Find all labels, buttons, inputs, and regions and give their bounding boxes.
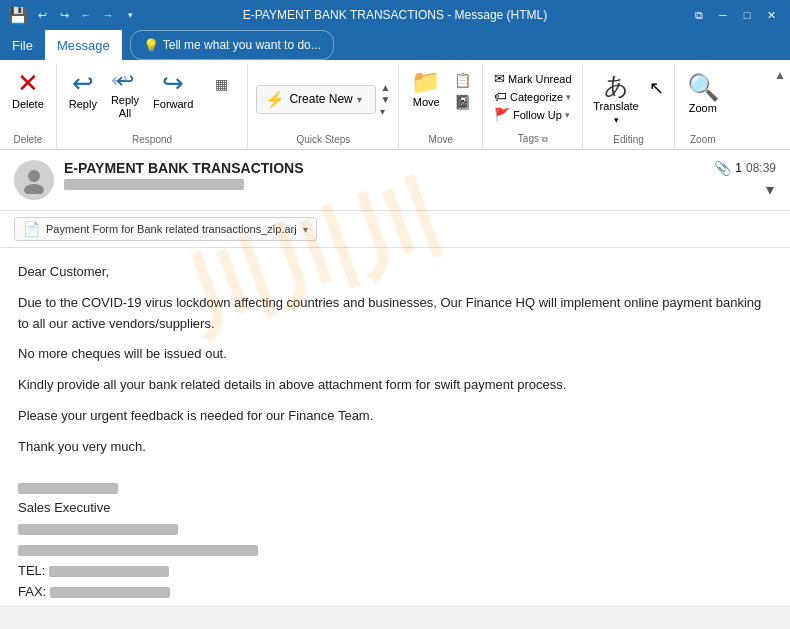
delete-label: Delete [12,98,44,111]
reply-label: Reply [69,98,97,111]
signature-line2 [18,519,772,540]
attachment-dropdown-arrow[interactable]: ▾ [303,224,308,235]
quicksteps-group-label: Quick Steps [296,132,350,147]
signature-extra-blurred [18,545,258,556]
rules-icon: 📋 [454,72,471,88]
forward-icon: ↪ [162,70,184,96]
restore-down-btn[interactable]: ⧉ [688,4,710,26]
customize-btn[interactable]: ▾ [122,7,138,23]
quickstep-scroll: ▲ ▼ ▾ [380,82,390,117]
signature-name-blurred [18,478,772,499]
zoom-buttons: 🔍 Zoom [681,66,725,118]
sender-name: E-PAYMENT BANK TRANSACTIONS [64,160,704,176]
zoom-button[interactable]: 🔍 Zoom [681,70,725,118]
create-new-icon: ⚡ [265,90,285,109]
signature-line3 [18,540,772,561]
undo-btn[interactable]: ↩ [34,7,50,23]
translate-button[interactable]: あ Translate ▾ [589,70,642,130]
editing-buttons: あ Translate ▾ ↖ [589,66,667,130]
attachment-filename: Payment Form for Bank related transactio… [46,223,297,235]
onenote-icon: 📓 [454,94,471,110]
title-bar: 💾 ↩ ↪ ← → ▾ E-PAYMENT BANK TRANSACTIONS … [0,0,790,30]
rules-button[interactable]: 📋 [449,70,476,90]
email-paragraph-3: Kindly provide all your bank related det… [18,375,772,396]
mark-unread-icon: ✉ [494,71,505,86]
email-meta: E-PAYMENT BANK TRANSACTIONS [64,160,704,190]
ribbon-collapse-button[interactable]: ▲ [770,64,790,86]
title-bar-left: 💾 ↩ ↪ ← → ▾ [8,6,138,25]
tags-buttons: ✉ Mark Unread 🏷 Categorize ▾ 🚩 Follow Up… [490,66,576,129]
ribbon-group-move: 📁 Move 📋 📓 Move [399,64,483,149]
back-btn[interactable]: ← [78,7,94,23]
tags-group-label: Tags ⧉ [518,131,548,147]
translate-arrow: ▾ [614,115,619,126]
zoom-icon: 🔍 [687,74,719,100]
followup-arrow: ▾ [565,110,570,120]
signature-fax-blurred [50,587,170,598]
move-label: Move [413,96,440,109]
reply-all-icon: ↩ ↩ [116,70,134,92]
attachment-file-icon: 📄 [23,221,40,237]
menu-file[interactable]: File [0,30,45,60]
forward-btn[interactable]: → [100,7,116,23]
reply-button[interactable]: ↩ Reply [63,66,103,115]
respond-buttons: ↩ Reply ↩ ↩ ReplyAll ↪ Forward ▦ [63,66,242,132]
categorize-icon: 🏷 [494,89,507,104]
editing-group-label: Editing [613,132,644,147]
translate-label: Translate [593,100,638,113]
ribbon-group-editing: あ Translate ▾ ↖ Editing [583,64,674,149]
qs-expand-arrow[interactable]: ▾ [380,106,390,117]
reply-all-button[interactable]: ↩ ↩ ReplyAll [105,66,145,124]
signature-fax-line: FAX: [18,582,772,603]
move-button[interactable]: 📁 Move [405,66,447,113]
categorize-arrow: ▾ [566,92,571,102]
delete-button[interactable]: ✕ Delete [6,66,50,115]
expand-email-button[interactable]: ▾ [764,179,776,200]
translate-icon: あ [604,74,629,98]
ribbon-group-respond: ↩ Reply ↩ ↩ ReplyAll ↪ Forward ▦ Respo [57,64,249,149]
ribbon: ✕ Delete Delete ↩ Reply ↩ ↩ ReplyAll [0,60,790,150]
delete-group-label: Delete [13,132,42,147]
quickstep-dropdown-arrow[interactable]: ▾ [357,94,362,105]
more-respond-icon: ▦ [215,76,228,93]
window-controls: ⧉ ─ □ ✕ [688,4,782,26]
delete-buttons: ✕ Delete [6,66,50,132]
follow-up-label: Follow Up [513,109,562,121]
create-new-button[interactable]: ⚡ Create New ▾ [256,85,376,114]
move-buttons: 📁 Move 📋 📓 [405,66,476,132]
qs-up-arrow[interactable]: ▲ [380,82,390,93]
attachment-item[interactable]: 📄 Payment Form for Bank related transact… [14,217,317,241]
email-header: E-PAYMENT BANK TRANSACTIONS 📎 1 08:39 ▾ [0,150,790,211]
zoom-label: Zoom [689,102,717,114]
menu-message[interactable]: Message [45,30,122,60]
window-title: E-PAYMENT BANK TRANSACTIONS - Message (H… [243,8,548,22]
reply-all-label: ReplyAll [111,94,139,120]
forward-button[interactable]: ↪ Forward [147,66,199,115]
attachment-count: 1 [735,161,742,175]
signature-email-blurred [18,524,178,535]
sender-email-blurred [64,179,244,190]
maximize-btn[interactable]: □ [736,4,758,26]
ribbon-group-delete: ✕ Delete Delete [0,64,57,149]
email-header-right: 📎 1 08:39 ▾ [714,160,776,199]
minimize-btn[interactable]: ─ [712,4,734,26]
mark-unread-label: Mark Unread [508,73,572,85]
close-btn[interactable]: ✕ [760,4,782,26]
redo-btn[interactable]: ↪ [56,7,72,23]
tell-me-box[interactable]: 💡 Tell me what you want to do... [130,30,334,60]
cursor-button[interactable]: ↖ [645,70,668,104]
mark-unread-button[interactable]: ✉ Mark Unread [490,70,576,87]
follow-up-button[interactable]: 🚩 Follow Up ▾ [490,106,576,123]
qs-down-arrow[interactable]: ▼ [380,94,390,105]
quick-steps-area: ⚡ Create New ▾ ▲ ▼ ▾ [254,66,392,132]
email-time: 08:39 [746,161,776,175]
categorize-button[interactable]: 🏷 Categorize ▾ [490,88,576,105]
tags-dialog-launcher[interactable]: ⧉ [542,135,548,144]
follow-up-icon: 🚩 [494,107,510,122]
email-paragraph-1: Due to the COVID-19 virus lockdown affec… [18,293,772,335]
more-respond-button[interactable]: ▦ [201,66,241,97]
svg-point-0 [28,170,40,182]
onenote-button[interactable]: 📓 [449,92,476,112]
ribbon-group-zoom: 🔍 Zoom Zoom [675,64,731,149]
zoom-group-label: Zoom [690,132,716,147]
